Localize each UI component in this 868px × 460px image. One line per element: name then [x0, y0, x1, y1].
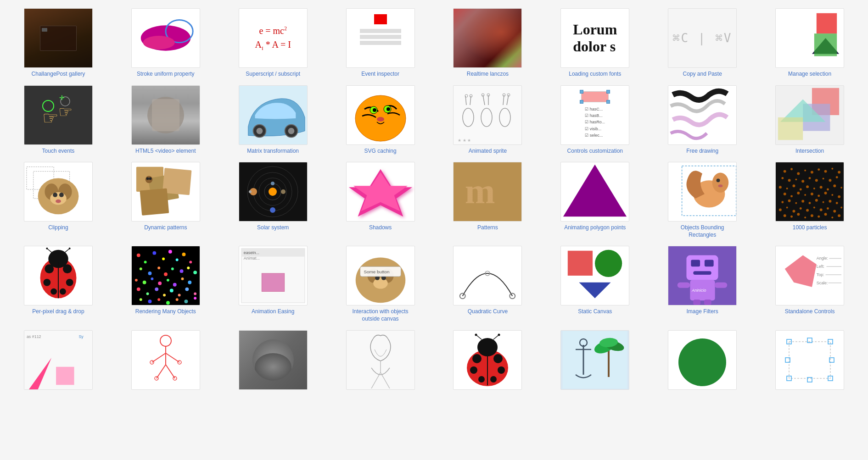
gallery-grid: ChallangePost gallery Stroke uniform pro…: [0, 0, 868, 401]
card-objects-bounding[interactable]: Objects BoundingRectangles: [649, 158, 756, 242]
svg-point-176: [135, 279, 138, 282]
card-animation-easing[interactable]: easeIn... Animat... Animation Easing: [219, 242, 327, 326]
svg-point-134: [820, 209, 823, 211]
svg-point-166: [182, 253, 185, 256]
svg-rect-269: [563, 331, 627, 388]
card-label: Shadows: [369, 224, 392, 232]
svg-point-28: [481, 108, 492, 127]
card-clipping[interactable]: Clipping: [5, 158, 112, 242]
svg-line-245: [152, 353, 166, 362]
svg-rect-227: [704, 300, 711, 305]
svg-point-96: [815, 179, 818, 182]
svg-point-85: [804, 170, 806, 172]
card-label: Per-pixel drag & drop: [32, 308, 84, 316]
card-label: Copy and Paste: [683, 71, 722, 78]
card-challangepost[interactable]: ChallangePost gallery: [5, 5, 112, 82]
card-html5-video[interactable]: HTML5 <video> element: [112, 82, 219, 159]
card-superscript[interactable]: e = mc2 AI * A = I Superscript / subscri…: [219, 5, 327, 82]
svg-text:☞: ☞: [58, 103, 73, 121]
svg-line-248: [166, 365, 175, 378]
svg-rect-43: [778, 117, 803, 140]
svg-point-259: [470, 366, 477, 374]
svg-point-117: [831, 194, 833, 196]
svg-point-20: [373, 108, 376, 112]
svg-rect-222: [693, 272, 711, 275]
card-copy-paste[interactable]: ⌘C | ⌘V Copy and Paste: [649, 5, 756, 82]
card-shadows[interactable]: Shadows: [327, 158, 434, 242]
svg-point-84: [797, 172, 800, 175]
svg-point-109: [840, 187, 842, 188]
svg-point-106: [820, 186, 823, 188]
svg-point-172: [171, 268, 174, 271]
svg-point-107: [827, 188, 829, 191]
card-stroke[interactable]: Stroke uniform property: [112, 5, 219, 82]
card-intersection[interactable]: Intersection: [756, 82, 863, 159]
card-row5-b[interactable]: [112, 327, 219, 396]
card-label: Manage selection: [788, 71, 831, 78]
card-realtime-lanczos[interactable]: Realtime lanczos: [434, 5, 542, 82]
svg-point-17: [362, 98, 399, 130]
card-svg-caching[interactable]: SVG caching: [327, 82, 434, 159]
svg-rect-224: [678, 283, 690, 288]
card-controls-custom[interactable]: ☑ hasC... ☑ hasB... ☑ hasRo... ☑ visib..…: [541, 82, 649, 159]
svg-point-52: [56, 200, 61, 203]
card-label: Touch events: [42, 148, 75, 155]
card-row5-e[interactable]: [434, 327, 542, 396]
svg-point-135: [827, 207, 829, 210]
card-image-filters[interactable]: Aninicio Image Filters: [649, 242, 756, 326]
card-solar-system[interactable]: Solar system: [219, 158, 327, 242]
svg-point-168: [140, 268, 142, 271]
svg-point-179: [158, 282, 162, 285]
card-row5-d[interactable]: [327, 327, 434, 396]
svg-text:Aninicio: Aninicio: [691, 288, 706, 293]
svg-point-105: [813, 188, 815, 189]
card-standalone-controls[interactable]: Angle: Left: Top: Scale: Standalone Cont…: [756, 242, 863, 326]
card-manage-selection[interactable]: Manage selection: [756, 5, 863, 82]
svg-point-58: [146, 177, 149, 180]
svg-rect-3: [817, 13, 837, 33]
svg-line-247: [157, 365, 166, 378]
svg-point-186: [155, 288, 158, 291]
svg-point-23: [463, 108, 474, 127]
card-row5-f[interactable]: [541, 327, 649, 396]
card-label: Stroke uniform property: [137, 71, 194, 78]
svg-point-111: [790, 195, 793, 198]
card-1000-particles[interactable]: 1000 particles: [756, 158, 863, 242]
svg-rect-220: [691, 260, 700, 267]
card-patterns[interactable]: m Patterns: [434, 158, 542, 242]
card-dynamic-patterns[interactable]: Dynamic patterns: [112, 158, 219, 242]
svg-point-83: [790, 168, 793, 170]
card-static-canvas[interactable]: Static Canvas: [541, 242, 649, 326]
svg-point-198: [194, 297, 196, 300]
svg-point-59: [149, 177, 151, 180]
card-label: Patterns: [477, 224, 498, 232]
card-loading-fonts[interactable]: Lorumdolor s Loading custom fonts: [541, 5, 649, 82]
svg-rect-74: [454, 162, 521, 221]
card-matrix-transform[interactable]: Matrix transformation: [219, 82, 327, 159]
card-row5-a[interactable]: as #112 Sy: [5, 327, 112, 396]
card-event-inspector[interactable]: Event inspector: [327, 5, 434, 82]
svg-point-110: [784, 193, 786, 195]
svg-text:Top:: Top:: [817, 272, 824, 277]
card-animating-polygon[interactable]: Animating polygon points: [541, 158, 649, 242]
card-rendering-many[interactable]: Rendering Many Objects: [112, 242, 219, 326]
svg-point-95: [809, 177, 811, 179]
card-row5-c[interactable]: [219, 327, 327, 396]
card-per-pixel-drag[interactable]: Per-pixel drag & drop: [5, 242, 112, 326]
svg-point-143: [818, 216, 820, 218]
card-quadratic-curve[interactable]: Quadratic Curve: [434, 242, 542, 326]
svg-line-255: [381, 372, 390, 388]
card-row5-g[interactable]: [649, 327, 756, 396]
svg-point-173: [179, 270, 183, 273]
card-row5-h[interactable]: [756, 327, 863, 396]
card-interaction-objects[interactable]: Some button Interaction with objectsouts…: [327, 242, 434, 326]
card-free-drawing[interactable]: Free drawing: [649, 82, 756, 159]
svg-point-67: [270, 207, 275, 213]
svg-point-2: [143, 36, 174, 50]
svg-point-164: [168, 250, 172, 254]
svg-point-151: [66, 279, 73, 286]
svg-point-119: [781, 201, 784, 203]
card-touch-events[interactable]: ☞ ☞ ✛ Touch events: [5, 82, 112, 159]
svg-point-121: [795, 202, 797, 204]
card-animated-sprite[interactable]: ★ ★ ★ Animated sprite: [434, 82, 542, 159]
